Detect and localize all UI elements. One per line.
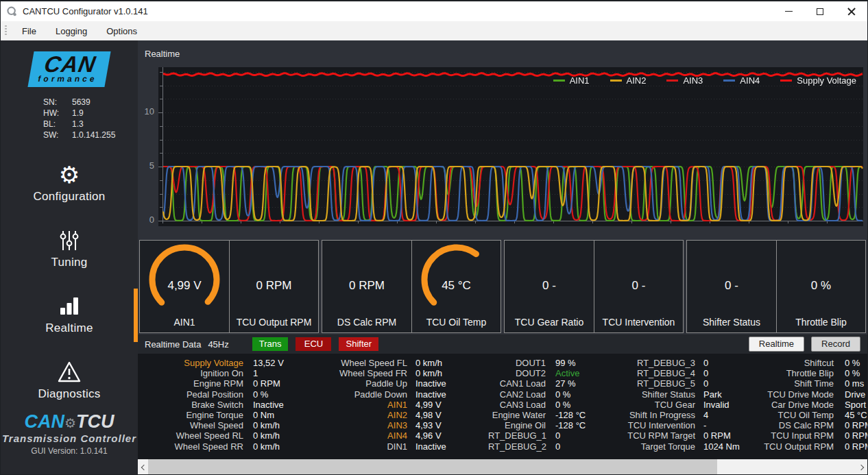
gauge-label: AIN1 xyxy=(140,317,229,328)
sw-value: 1.0.141.255 xyxy=(72,130,115,141)
sidebar-item-label: Realtime xyxy=(1,321,138,335)
bl-value: 1.3 xyxy=(72,119,84,130)
gauge-group: 0 RPMDS Calc RPM45 °CTCU Oil Temp xyxy=(322,240,501,333)
close-button[interactable] xyxy=(836,1,867,21)
data-row-label: Shifter Status xyxy=(621,389,695,400)
gauge-card: 45 °CTCU Oil Temp xyxy=(411,241,501,332)
window-title: CANTCU Configurator v1.0.141 xyxy=(23,6,773,16)
gauge-group: 0 -Shifter Status0 %Throttle Blip xyxy=(686,240,866,333)
data-row-value: 27 % xyxy=(555,378,617,389)
data-row-label: TCU Intervention xyxy=(621,420,695,430)
legend-item: AIN4 xyxy=(723,75,760,86)
data-row-label: RT_DEBUG_4 xyxy=(621,368,695,378)
data-row-value: 0 % xyxy=(845,368,867,378)
main-area: Realtime 10 5 0 AIN1AIN2AIN3AIN4Supply V… xyxy=(138,40,867,475)
legend-swatch-icon xyxy=(780,80,792,82)
data-column: DOUT199 %DOUT2ActiveCAN1 Load27 %CAN2 Lo… xyxy=(488,358,617,460)
data-row: Pedal Position0 % xyxy=(141,389,318,400)
gauge-value: 45 °C xyxy=(412,279,501,293)
sidebar-item-diagnostics[interactable]: Diagnostics xyxy=(1,353,138,409)
data-column: Shiftcut0 %Throttle Blip0 %Shift Time0 m… xyxy=(760,358,867,460)
data-row-value: 0 km/h xyxy=(253,441,318,452)
record-button[interactable]: Record xyxy=(811,337,860,352)
bar-chart-icon xyxy=(58,295,81,318)
data-row-value: Inactive xyxy=(415,378,479,389)
data-row-label: Ignition On xyxy=(141,368,243,378)
menu-options[interactable]: Options xyxy=(97,23,147,39)
data-row: CAN3 Load0 % xyxy=(488,400,617,410)
data-row-label: DS Calc RPM xyxy=(760,420,834,430)
gauge-value: 0 - xyxy=(687,279,776,293)
chevron-right-icon xyxy=(858,464,864,470)
data-row-label: TCU Oil Temp xyxy=(760,410,834,420)
data-row: Engine Oil-128 °C xyxy=(488,420,617,430)
gear-icon: ⚙ xyxy=(59,163,80,186)
data-row: CAN2 Load0 % xyxy=(488,389,617,400)
gauge-card: 0 -Shifter Status xyxy=(687,241,776,332)
legend-item: AIN3 xyxy=(666,75,703,86)
gauge-card: 0 -TCU Intervention xyxy=(594,241,683,332)
maximize-button[interactable] xyxy=(804,1,836,21)
minimize-button[interactable] xyxy=(773,1,804,21)
data-row: Wheel Speed0 km/h xyxy=(141,420,318,430)
gauge-label: TCU Gear Ratio xyxy=(505,317,594,328)
data-row-label: Wheel Speed FL xyxy=(326,358,407,368)
data-row-label: Brake Switch xyxy=(141,400,243,410)
data-row-label: TCU RPM Target xyxy=(621,430,695,441)
horizontal-scrollbar[interactable] xyxy=(138,459,867,475)
data-row-label: RT_DEBUG_2 xyxy=(488,441,546,452)
data-row-label: Throttle Blip xyxy=(760,368,834,378)
data-row-label: CAN1 Load xyxy=(488,378,546,389)
realtime-chart: 10 5 0 AIN1AIN2AIN3AIN4Supply Voltage xyxy=(138,67,867,232)
data-row-value: Sport xyxy=(845,400,867,410)
menu-logging[interactable]: Logging xyxy=(46,23,97,39)
status-badge[interactable]: Shifter xyxy=(339,337,378,351)
data-row-label: Shift In Progress xyxy=(621,410,695,420)
gauge-value: 0 % xyxy=(777,279,865,293)
y-tick-0: 0 xyxy=(138,215,154,225)
sidebar-item-configuration[interactable]: ⚙ Configuration xyxy=(1,156,138,212)
data-row-label: DOUT1 xyxy=(488,358,546,368)
data-row: RT_DEBUG_30 xyxy=(621,358,757,368)
status-bar: Realtime Data 45Hz TransECUShifter Realt… xyxy=(138,334,867,354)
data-row-value: 0 km/h xyxy=(415,358,479,368)
realtime-button[interactable]: Realtime xyxy=(749,337,804,352)
data-row: TCU Input RPM0 RPM xyxy=(760,430,867,441)
data-row: DIN1Inactive xyxy=(326,441,479,452)
legend-label: Supply Voltage xyxy=(797,75,856,86)
data-row-value: 0 % xyxy=(845,358,867,368)
status-badge[interactable]: ECU xyxy=(296,337,331,351)
data-row: RT_DEBUG_50 xyxy=(621,378,757,389)
logo-text-formance: formance xyxy=(28,75,106,83)
data-row-label: TCU Output RPM xyxy=(760,441,834,452)
data-row: TCU Intervention- xyxy=(621,420,757,430)
update-rate: 45Hz xyxy=(208,339,228,350)
data-row-value: 0 xyxy=(555,441,617,452)
sidebar-item-tuning[interactable]: Tuning xyxy=(1,221,138,278)
scroll-left-button[interactable] xyxy=(138,459,148,475)
y-tick-10: 10 xyxy=(138,106,154,117)
data-row: AIN24,98 V xyxy=(326,410,479,420)
data-row-label: Engine RPM xyxy=(141,378,243,389)
sidebar-item-realtime[interactable]: Realtime xyxy=(1,287,138,343)
data-row-label: Wheel Speed RL xyxy=(141,430,243,441)
status-badge[interactable]: Trans xyxy=(252,337,289,351)
data-row-value: 99 % xyxy=(555,358,617,368)
data-row: CAN1 Load27 % xyxy=(488,378,617,389)
menu-file[interactable]: File xyxy=(12,23,46,39)
data-row: Supply Voltage13,52 V xyxy=(141,358,318,368)
data-row-label: RT_DEBUG_5 xyxy=(621,378,695,389)
gauge-value: 0 - xyxy=(594,279,683,293)
data-row-value: 4 xyxy=(703,410,757,420)
data-row-value: 0 % xyxy=(555,400,617,410)
legend-item: Supply Voltage xyxy=(780,75,856,86)
toolbar-grip-icon[interactable] xyxy=(5,25,7,36)
data-row: Wheel Speed RR0 km/h xyxy=(141,441,318,452)
data-row-value: - xyxy=(703,420,757,430)
data-row-value: 0 km/h xyxy=(415,368,479,378)
scroll-right-button[interactable] xyxy=(857,459,867,475)
gauge-group: 4,99 VAIN10 RPMTCU Output RPM xyxy=(139,240,319,333)
scrollbar-thumb[interactable] xyxy=(148,459,717,475)
gauge-card: 0 RPMDS Calc RPM xyxy=(322,241,411,332)
data-row-value: Inactive xyxy=(253,400,318,410)
